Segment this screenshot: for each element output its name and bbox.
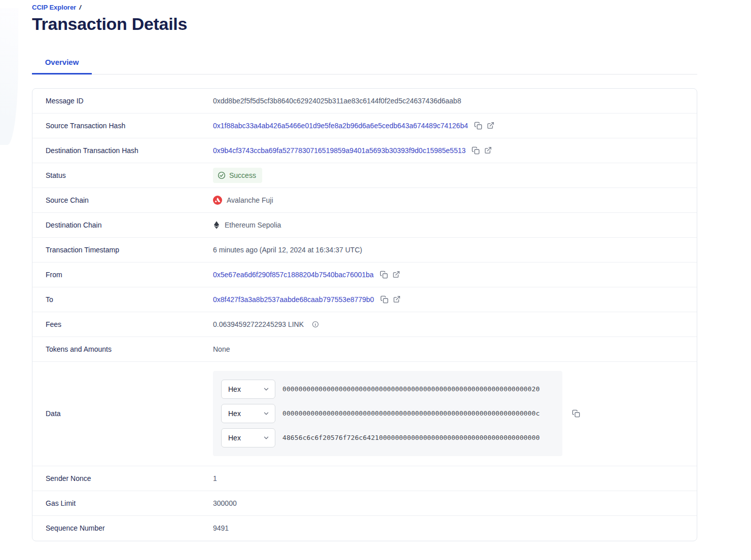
source-chain-name: Avalanche Fuji <box>227 196 273 204</box>
chevron-down-icon <box>263 410 270 417</box>
detail-row-source-tx-hash: Source Transaction Hash 0x1f88abc33a4ab4… <box>32 114 697 138</box>
field-label: Fees <box>46 320 213 328</box>
detail-row-data: Data Hex 0000000000000000000000000000000… <box>32 362 697 466</box>
copy-icon[interactable] <box>474 122 482 130</box>
field-label: Sequence Number <box>46 524 213 532</box>
field-label: Destination Transaction Hash <box>46 146 213 155</box>
copy-icon[interactable] <box>380 271 388 279</box>
destination-chain-name: Ethereum Sepolia <box>225 221 281 229</box>
field-label: Source Transaction Hash <box>46 122 213 130</box>
check-circle-icon <box>218 171 226 179</box>
external-link-icon[interactable] <box>392 271 400 278</box>
detail-row-gas-limit: Gas Limit 300000 <box>32 491 697 516</box>
chevron-down-icon <box>263 386 270 393</box>
avalanche-icon <box>213 196 222 205</box>
field-label: Status <box>46 171 213 179</box>
field-value: 300000 <box>213 499 237 507</box>
breadcrumb-link-ccip-explorer[interactable]: CCIP Explorer <box>32 4 76 11</box>
detail-row-status: Status Success <box>32 163 697 188</box>
data-line: Hex 48656c6c6f20576f726c6421000000000000… <box>221 428 554 447</box>
page-header: CCIP Explorer/ Transaction Details <box>32 0 697 34</box>
from-address-link[interactable]: 0x5e67ea6d6f290f857c1888204b7540bac76001… <box>213 271 374 279</box>
field-value: 6 minutes ago (April 12, 2024 at 16:34:3… <box>213 246 362 254</box>
field-value: None <box>213 345 230 353</box>
field-value: 0xdd8be2f5f5d5cf3b8640c62924025b311ae83c… <box>213 97 461 105</box>
field-value: 9491 <box>213 524 229 532</box>
copy-icon[interactable] <box>472 146 480 155</box>
data-line: Hex 000000000000000000000000000000000000… <box>221 380 554 399</box>
detail-row-from: From 0x5e67ea6d6f290f857c1888204b7540bac… <box>32 263 697 287</box>
encoding-select-value: Hex <box>228 409 241 418</box>
ethereum-icon <box>213 221 220 229</box>
status-badge: Success <box>213 168 262 183</box>
data-line: Hex 000000000000000000000000000000000000… <box>221 404 554 423</box>
detail-row-sender-nonce: Sender Nonce 1 <box>32 466 697 491</box>
external-link-icon[interactable] <box>393 295 401 303</box>
encoding-select[interactable]: Hex <box>221 404 275 423</box>
fees-value: 0.06394592722245293 LINK <box>213 320 304 328</box>
detail-row-destination-chain: Destination Chain Ethereum Sepolia <box>32 213 697 238</box>
encoding-select[interactable]: Hex <box>221 428 275 447</box>
info-icon[interactable] <box>312 321 319 328</box>
external-link-icon[interactable] <box>484 146 492 154</box>
copy-icon[interactable] <box>380 295 388 304</box>
detail-row-transaction-timestamp: Transaction Timestamp 6 minutes ago (Apr… <box>32 238 697 263</box>
detail-row-tokens-and-amounts: Tokens and Amounts None <box>32 337 697 362</box>
field-label: To <box>46 295 213 304</box>
field-label: Sender Nonce <box>46 474 213 482</box>
hex-data-text: 0000000000000000000000000000000000000000… <box>282 385 540 393</box>
tab-overview[interactable]: Overview <box>32 58 92 74</box>
field-label: From <box>46 271 213 279</box>
background-accent <box>0 8 18 145</box>
breadcrumb: CCIP Explorer/ <box>32 0 697 11</box>
source-tx-hash-link[interactable]: 0x1f88abc33a4ab426a5466e01d9e5fe8a2b96d6… <box>213 122 468 130</box>
destination-tx-hash-link[interactable]: 0x9b4cf3743ccba69fa5277830716519859a9401… <box>213 146 466 155</box>
to-address-link[interactable]: 0x8f427f3a3a8b2537aabde68caab797553e8779… <box>213 295 374 304</box>
detail-row-source-chain: Source Chain Avalanche Fuji <box>32 188 697 213</box>
breadcrumb-separator: / <box>79 4 81 11</box>
field-value: 1 <box>213 474 217 482</box>
encoding-select[interactable]: Hex <box>221 380 275 399</box>
encoding-select-value: Hex <box>228 434 241 442</box>
external-link-icon[interactable] <box>487 122 494 129</box>
detail-row-fees: Fees 0.06394592722245293 LINK <box>32 312 697 337</box>
transaction-details-card: Message ID 0xdd8be2f5f5d5cf3b8640c629240… <box>32 88 697 541</box>
detail-row-destination-tx-hash: Destination Transaction Hash 0x9b4cf3743… <box>32 138 697 163</box>
chevron-down-icon <box>263 434 270 441</box>
page-title: Transaction Details <box>32 14 697 34</box>
field-label: Source Chain <box>46 196 213 204</box>
field-label: Gas Limit <box>46 499 213 507</box>
field-label: Message ID <box>46 97 213 105</box>
field-label: Destination Chain <box>46 221 213 229</box>
status-badge-label: Success <box>229 171 256 179</box>
hex-data-text: 0000000000000000000000000000000000000000… <box>282 409 540 417</box>
field-label: Tokens and Amounts <box>46 345 213 353</box>
detail-row-sequence-number: Sequence Number 9491 <box>32 516 697 541</box>
data-hex-box: Hex 000000000000000000000000000000000000… <box>213 371 562 456</box>
encoding-select-value: Hex <box>228 385 241 393</box>
field-label: Data <box>46 409 213 418</box>
tab-bar: Overview <box>32 58 697 74</box>
field-label: Transaction Timestamp <box>46 246 213 254</box>
detail-row-message-id: Message ID 0xdd8be2f5f5d5cf3b8640c629240… <box>32 89 697 114</box>
detail-row-to: To 0x8f427f3a3a8b2537aabde68caab797553e8… <box>32 287 697 312</box>
copy-icon[interactable] <box>572 409 580 418</box>
hex-data-text: 48656c6c6f20576f726c64210000000000000000… <box>282 434 540 441</box>
